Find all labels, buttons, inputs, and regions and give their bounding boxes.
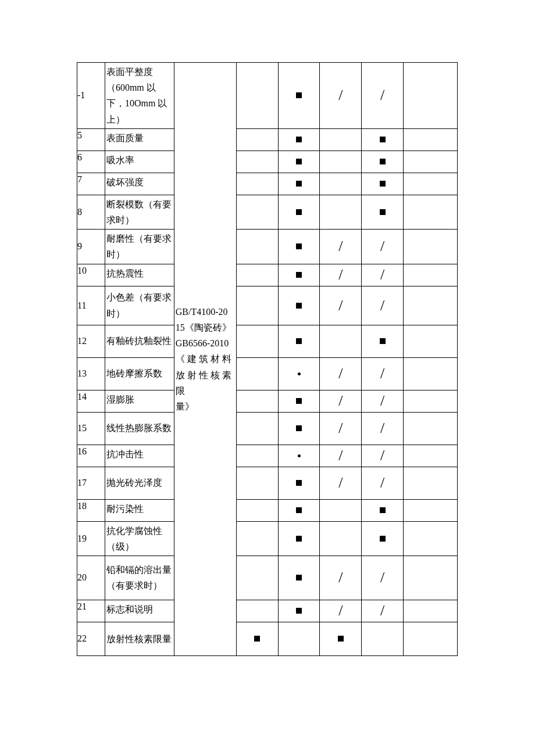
mark-cell — [404, 63, 458, 129]
mark-cell — [236, 521, 278, 556]
table-row: 18耐污染性 — [77, 499, 458, 521]
row-name: 地砖摩擦系数 — [105, 357, 174, 390]
row-index: 5 — [77, 128, 105, 151]
mark-cell — [236, 390, 278, 412]
row-name: 表面质量 — [105, 128, 174, 151]
mark-cell: / — [362, 600, 404, 622]
mark-cell — [404, 499, 458, 521]
row-name: 断裂模数（有要求时） — [105, 195, 174, 229]
table-row: -1表面平整度（600mm 以下，10Omm 以上）GB/T4100-2015《… — [77, 63, 458, 129]
mark-cell — [362, 622, 404, 655]
mark-cell — [278, 286, 320, 325]
mark-cell — [236, 195, 278, 229]
mark-cell — [278, 499, 320, 521]
mark-cell — [362, 151, 404, 173]
mark-cell — [404, 445, 458, 467]
row-index: 21 — [77, 600, 105, 622]
mark-cell — [236, 173, 278, 195]
mark-cell — [236, 128, 278, 151]
mark-cell: / — [320, 230, 362, 264]
mark-cell — [362, 521, 404, 556]
row-index: 9 — [77, 230, 105, 264]
mark-cell — [404, 412, 458, 445]
row-name: 线性热膨胀系数 — [105, 412, 174, 445]
row-index: 17 — [77, 467, 105, 499]
table-row: 8断裂模数（有要求时） — [77, 195, 458, 229]
mark-cell — [320, 173, 362, 195]
table-row: 12有釉砖抗釉裂性 — [77, 325, 458, 357]
standards-cell: GB/T4100-2015《陶瓷砖》GB6566-2010《 建 筑 材 料放 … — [174, 63, 236, 656]
row-name: 铅和镉的溶出量（有要求时） — [105, 556, 174, 600]
row-name: 破坏强度 — [105, 173, 174, 195]
mark-cell — [320, 521, 362, 556]
mark-cell — [362, 499, 404, 521]
mark-cell — [404, 173, 458, 195]
mark-cell — [320, 499, 362, 521]
table-row: 13地砖摩擦系数// — [77, 357, 458, 390]
row-index: 6 — [77, 151, 105, 173]
std-line: 15《陶瓷砖》 — [176, 323, 231, 332]
mark-cell: / — [320, 63, 362, 129]
row-index: 8 — [77, 195, 105, 229]
mark-cell — [404, 151, 458, 173]
mark-cell — [278, 195, 320, 229]
mark-cell — [278, 63, 320, 129]
mark-cell — [320, 622, 362, 655]
mark-cell: / — [320, 357, 362, 390]
mark-cell — [404, 556, 458, 600]
mark-cell — [362, 128, 404, 151]
mark-cell — [404, 622, 458, 655]
mark-cell: / — [320, 412, 362, 445]
mark-cell — [236, 325, 278, 357]
row-name: 抛光砖光泽度 — [105, 467, 174, 499]
mark-cell — [278, 390, 320, 412]
table-row: 15线性热膨胀系数// — [77, 412, 458, 445]
table-row: 22放射性核素限量 — [77, 622, 458, 655]
mark-cell — [404, 600, 458, 622]
mark-cell — [236, 499, 278, 521]
std-line: 放 射 性 核 素 限 — [176, 370, 231, 396]
mark-cell — [236, 264, 278, 286]
mark-cell: / — [362, 264, 404, 286]
row-name: 放射性核素限量 — [105, 622, 174, 655]
mark-cell — [320, 325, 362, 357]
mark-cell — [278, 264, 320, 286]
mark-cell — [278, 173, 320, 195]
mark-cell — [404, 390, 458, 412]
std-line: 量》 — [176, 402, 194, 411]
table-row: 17抛光砖光泽度// — [77, 467, 458, 499]
table-row: 10抗热震性// — [77, 264, 458, 286]
inspection-table: -1表面平整度（600mm 以下，10Omm 以上）GB/T4100-2015《… — [77, 62, 458, 656]
row-index: 22 — [77, 622, 105, 655]
mark-cell — [278, 357, 320, 390]
row-name: 抗化学腐蚀性（级） — [105, 521, 174, 556]
row-name: 标志和说明 — [105, 600, 174, 622]
row-index: 16 — [77, 445, 105, 467]
mark-cell — [404, 357, 458, 390]
mark-cell — [236, 286, 278, 325]
mark-cell — [362, 325, 404, 357]
mark-cell — [404, 325, 458, 357]
table-row: 6吸水率 — [77, 151, 458, 173]
mark-cell — [236, 230, 278, 264]
table-row: 19抗化学腐蚀性（级） — [77, 521, 458, 556]
mark-cell: / — [362, 445, 404, 467]
mark-cell — [404, 467, 458, 499]
mark-cell: / — [362, 286, 404, 325]
table-row: 5表面质量 — [77, 128, 458, 151]
mark-cell — [320, 195, 362, 229]
mark-cell — [278, 600, 320, 622]
mark-cell — [278, 521, 320, 556]
mark-cell: / — [362, 357, 404, 390]
mark-cell — [278, 230, 320, 264]
table-row: 20铅和镉的溶出量（有要求时）// — [77, 556, 458, 600]
mark-cell: / — [320, 286, 362, 325]
std-line: 《 建 筑 材 料 — [176, 354, 231, 364]
mark-cell — [278, 325, 320, 357]
mark-cell: / — [320, 556, 362, 600]
mark-cell — [362, 173, 404, 195]
row-index: 18 — [77, 499, 105, 521]
mark-cell — [236, 151, 278, 173]
mark-cell — [404, 286, 458, 325]
mark-cell — [278, 556, 320, 600]
